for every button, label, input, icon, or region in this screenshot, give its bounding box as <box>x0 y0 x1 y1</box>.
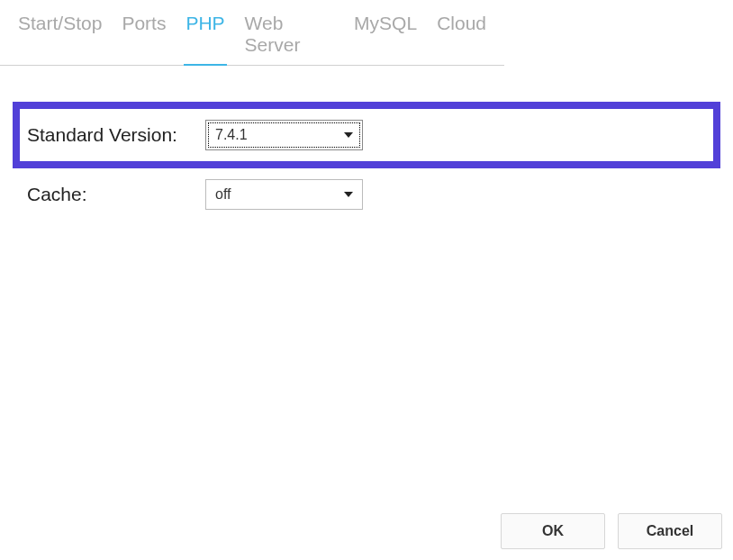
cache-value: off <box>215 186 231 203</box>
standard-version-select[interactable]: 7.4.1 <box>205 120 363 150</box>
dialog-button-bar: OK Cancel <box>501 513 722 549</box>
cache-row: Cache: off <box>13 168 720 221</box>
tab-panel-php: Standard Version: 7.4.1 Cache: off <box>0 66 733 221</box>
cancel-button[interactable]: Cancel <box>618 513 722 549</box>
standard-version-row: Standard Version: 7.4.1 <box>13 102 720 168</box>
tab-ports[interactable]: Ports <box>120 7 167 65</box>
tab-web-server[interactable]: Web Server <box>243 7 337 65</box>
tab-cloud[interactable]: Cloud <box>435 7 488 65</box>
chevron-down-icon <box>344 132 353 138</box>
standard-version-value: 7.4.1 <box>215 127 248 143</box>
chevron-down-icon <box>344 192 353 197</box>
tab-mysql[interactable]: MySQL <box>352 7 419 65</box>
tab-bar: Start/Stop Ports PHP Web Server MySQL Cl… <box>0 0 504 66</box>
standard-version-label: Standard Version: <box>27 124 205 146</box>
tab-start-stop[interactable]: Start/Stop <box>16 7 104 65</box>
cache-select[interactable]: off <box>205 179 363 210</box>
ok-button[interactable]: OK <box>501 513 605 549</box>
cache-label: Cache: <box>27 184 205 205</box>
tab-php[interactable]: PHP <box>184 7 226 65</box>
